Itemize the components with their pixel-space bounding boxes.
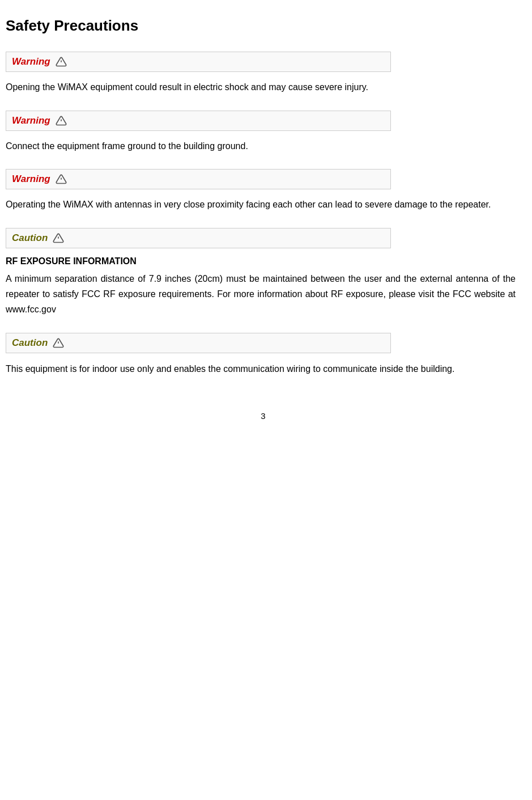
warning-section-3: Warning Operating the WiMAX with antenna… <box>6 169 521 212</box>
caution-section-1: Caution RF EXPOSURE INFORMATION A minimu… <box>6 228 521 318</box>
caution-text-2: This equipment is for indoor use only an… <box>6 361 516 376</box>
warning-icon-2 <box>55 115 67 127</box>
page-title: Safety Precautions <box>6 17 521 35</box>
warning-icon-1 <box>55 56 67 68</box>
warning-bar-1: Warning <box>6 52 391 72</box>
caution-text-1: A minimum separation distance of 7.9 inc… <box>6 271 516 318</box>
warning-section-1: Warning Opening the WiMAX equipment coul… <box>6 52 521 95</box>
rf-exposure-heading: RF EXPOSURE INFORMATION <box>6 256 521 266</box>
warning-label-1: Warning <box>12 56 50 67</box>
warning-bar-2: Warning <box>6 111 391 131</box>
caution-bar-2: Caution <box>6 333 391 353</box>
caution-icon-2 <box>52 337 65 349</box>
warning-bar-3: Warning <box>6 169 391 189</box>
caution-bar-1: Caution <box>6 228 391 248</box>
warning-section-2: Warning Connect the equipment frame grou… <box>6 111 521 154</box>
warning-text-3: Operating the WiMAX with antennas in ver… <box>6 197 516 212</box>
warning-text-1: Opening the WiMAX equipment could result… <box>6 80 516 95</box>
caution-label-1: Caution <box>12 232 48 244</box>
caution-section-2: Caution This equipment is for indoor use… <box>6 333 521 376</box>
warning-text-2: Connect the equipment frame ground to th… <box>6 139 516 154</box>
caution-icon-1 <box>52 232 65 244</box>
caution-label-2: Caution <box>12 337 48 349</box>
warning-label-3: Warning <box>12 173 50 185</box>
warning-label-2: Warning <box>12 115 50 126</box>
warning-icon-3 <box>55 173 67 185</box>
page-number: 3 <box>6 411 521 421</box>
